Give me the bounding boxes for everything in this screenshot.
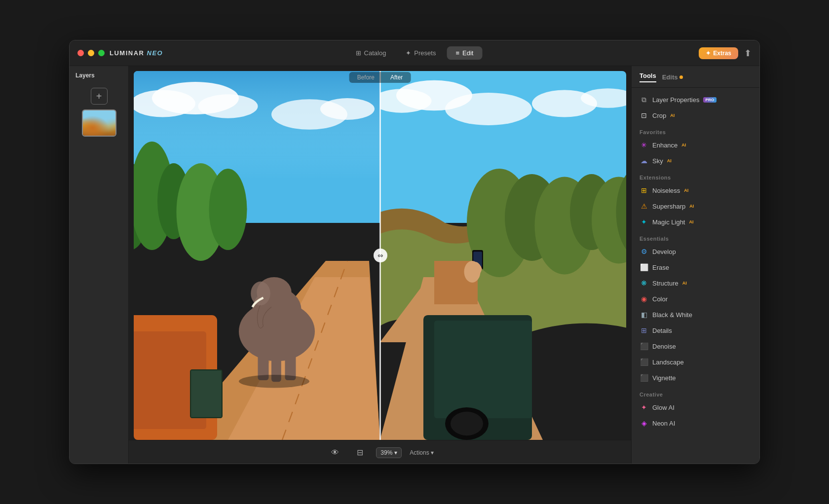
glow-icon: ✦ bbox=[640, 403, 648, 412]
maximize-button[interactable] bbox=[98, 50, 105, 56]
develop-icon: ⚙ bbox=[640, 247, 648, 256]
vignette-icon: ⬛ bbox=[640, 373, 648, 382]
after-label[interactable]: After bbox=[382, 72, 411, 83]
ai-badge-supersharp: AI bbox=[689, 204, 694, 209]
erase-icon: ⬜ bbox=[640, 263, 648, 272]
split-handle[interactable]: ⇔ bbox=[374, 249, 387, 262]
svg-point-6 bbox=[198, 94, 258, 118]
details-icon: ⊞ bbox=[640, 326, 648, 335]
presets-nav-button[interactable]: ✦ Presets bbox=[397, 46, 445, 60]
panel-content: ⧉ Layer Properties PRO ⊡ Crop AI Favorit… bbox=[632, 88, 759, 435]
svg-point-32 bbox=[445, 93, 532, 125]
eye-icon: 👁 bbox=[331, 448, 339, 457]
sky-icon: ☁ bbox=[640, 156, 648, 165]
titlebar-nav: ⊞ Catalog ✦ Presets ≡ Edit bbox=[347, 46, 483, 60]
image-container: ⇔ bbox=[134, 71, 626, 440]
ai-badge-noiseless: AI bbox=[684, 188, 688, 193]
tool-black-white[interactable]: ◧ Black & White bbox=[632, 307, 759, 323]
catalog-nav-button[interactable]: ⊞ Catalog bbox=[347, 46, 395, 60]
ai-badge-enhance: AI bbox=[681, 143, 686, 147]
tool-noiseless[interactable]: ⊞ Noiseless AI bbox=[632, 182, 759, 198]
structure-icon: ❋ bbox=[640, 279, 648, 288]
actions-button[interactable]: Actions ▾ bbox=[410, 449, 433, 456]
tool-color[interactable]: ◉ Color bbox=[632, 291, 759, 307]
edits-badge bbox=[679, 75, 683, 79]
tool-sky[interactable]: ☁ Sky AI bbox=[632, 153, 759, 169]
layer-thumb-image bbox=[83, 110, 115, 136]
plus-icon: + bbox=[96, 91, 102, 102]
tool-crop[interactable]: ⊡ Crop AI bbox=[632, 108, 759, 123]
edit-icon: ≡ bbox=[455, 49, 459, 57]
app-window: LUMINAR NEO ⊞ Catalog ✦ Presets ≡ Edit ✦… bbox=[69, 40, 760, 464]
panel-tabs: Tools Edits bbox=[632, 66, 759, 88]
tool-develop[interactable]: ⚙ Develop bbox=[632, 244, 759, 259]
denoise-icon: ⬛ bbox=[640, 342, 648, 351]
color-icon: ◉ bbox=[640, 294, 648, 303]
tool-layer-properties[interactable]: ⧉ Layer Properties PRO bbox=[632, 92, 759, 108]
tab-edits[interactable]: Edits bbox=[662, 72, 683, 82]
tool-neon-ai[interactable]: ◈ Neon AI bbox=[632, 415, 759, 431]
tool-magic-light[interactable]: ✦ Magic Light AI bbox=[632, 214, 759, 230]
section-extensions: Extensions bbox=[632, 169, 759, 182]
minimize-button[interactable] bbox=[88, 50, 94, 56]
titlebar: LUMINAR NEO ⊞ Catalog ✦ Presets ≡ Edit ✦… bbox=[70, 40, 759, 66]
add-layer-button[interactable]: + bbox=[91, 88, 108, 105]
tool-erase[interactable]: ⬜ Erase bbox=[632, 259, 759, 275]
svg-rect-20 bbox=[191, 370, 222, 417]
main-content: Layers + Before After bbox=[70, 66, 759, 464]
tool-vignette[interactable]: ⬛ Vignette bbox=[632, 370, 759, 386]
section-essentials: Essentials bbox=[632, 230, 759, 244]
svg-point-28 bbox=[239, 375, 309, 388]
noiseless-icon: ⊞ bbox=[640, 186, 648, 195]
app-logo: LUMINAR NEO bbox=[110, 49, 163, 57]
layers-header: Layers bbox=[70, 72, 128, 83]
layer-thumbnail[interactable] bbox=[82, 109, 116, 137]
catalog-icon: ⊞ bbox=[356, 49, 361, 57]
extras-button[interactable]: ✦ Extras bbox=[699, 47, 738, 59]
magic-light-icon: ✦ bbox=[640, 217, 648, 226]
right-panel: Tools Edits ⧉ Layer Properties PRO ⊡ Cro… bbox=[631, 66, 759, 464]
layers-panel: Layers + bbox=[70, 66, 129, 464]
tool-enhance[interactable]: ✳ Enhance AI bbox=[632, 137, 759, 153]
before-label[interactable]: Before bbox=[349, 72, 382, 83]
tool-glow-ai[interactable]: ✦ Glow AI bbox=[632, 399, 759, 415]
photo-canvas: ⇔ bbox=[134, 71, 626, 440]
view-mode-toggle[interactable]: ⊟ bbox=[352, 446, 368, 459]
ai-badge-crop: AI bbox=[670, 113, 675, 118]
tool-structure[interactable]: ❋ Structure AI bbox=[632, 275, 759, 291]
layers-icon: ⧉ bbox=[640, 95, 648, 104]
chevron-down-icon: ▾ bbox=[394, 449, 397, 456]
section-creative: Creative bbox=[632, 386, 759, 399]
svg-rect-45 bbox=[434, 321, 532, 418]
before-after-bar: Before After bbox=[349, 72, 411, 83]
zoom-selector[interactable]: 39% ▾ bbox=[376, 447, 402, 458]
close-button[interactable] bbox=[77, 50, 84, 56]
crop-icon: ⊡ bbox=[640, 111, 648, 120]
edit-nav-button[interactable]: ≡ Edit bbox=[447, 46, 482, 60]
ai-badge-magic: AI bbox=[689, 219, 693, 224]
traffic-lights bbox=[77, 50, 105, 56]
titlebar-right: ✦ Extras ⬆ bbox=[699, 47, 752, 59]
svg-point-24 bbox=[251, 282, 270, 305]
bottom-toolbar: 👁 ⊟ 39% ▾ Actions ▾ bbox=[129, 440, 631, 464]
canvas-area: Before After bbox=[129, 66, 631, 464]
tool-supersharp[interactable]: ⚠ Supersharp AI bbox=[632, 198, 759, 214]
svg-point-47 bbox=[451, 412, 483, 435]
tool-denoise[interactable]: ⬛ Denoise bbox=[632, 338, 759, 354]
tab-tools[interactable]: Tools bbox=[640, 72, 656, 82]
tool-details[interactable]: ⊞ Details bbox=[632, 323, 759, 338]
extras-icon: ✦ bbox=[706, 50, 711, 57]
enhance-icon: ✳ bbox=[640, 141, 648, 149]
ai-badge-structure: AI bbox=[682, 281, 687, 286]
section-favorites: Favorites bbox=[632, 123, 759, 137]
svg-point-13 bbox=[209, 169, 247, 250]
ai-badge-sky: AI bbox=[667, 158, 672, 163]
tool-landscape[interactable]: ⬛ Landscape bbox=[632, 354, 759, 370]
visibility-toggle[interactable]: 👁 bbox=[326, 446, 344, 459]
landscape-icon: ⬛ bbox=[640, 358, 648, 366]
split-view-icon: ⊟ bbox=[357, 448, 363, 457]
split-line[interactable]: ⇔ bbox=[380, 71, 381, 440]
bw-icon: ◧ bbox=[640, 310, 648, 319]
neon-icon: ◈ bbox=[640, 419, 648, 428]
share-button[interactable]: ⬆ bbox=[744, 48, 752, 59]
